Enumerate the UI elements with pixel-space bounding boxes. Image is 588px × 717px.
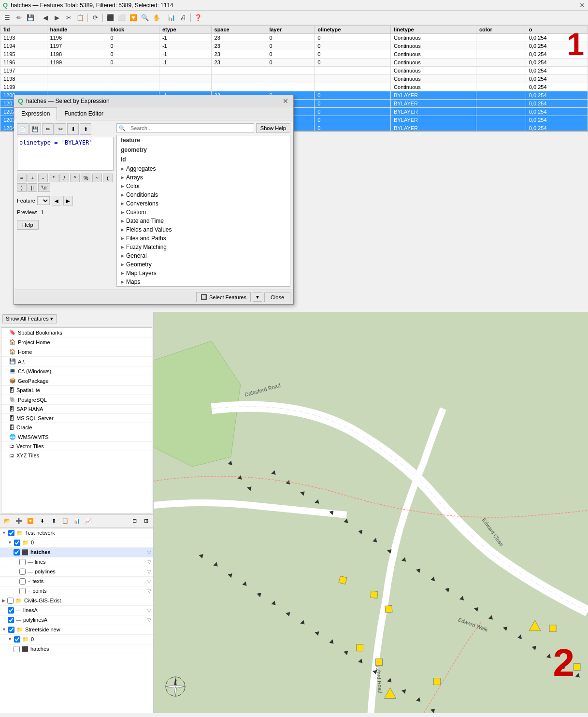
func-list-item[interactable]: Geometry bbox=[117, 260, 290, 269]
group-test-network[interactable]: ▼ 📁 Test network bbox=[0, 528, 153, 538]
func-list-item[interactable]: Conversions bbox=[117, 199, 290, 208]
check-0-streetside[interactable] bbox=[14, 636, 20, 643]
layer-copy-btn[interactable]: 📋 bbox=[60, 516, 71, 527]
check-civils[interactable] bbox=[7, 598, 14, 604]
show-all-features-btn[interactable]: Show All Features ▾ bbox=[2, 314, 57, 323]
op-close-paren[interactable]: ) bbox=[17, 183, 27, 192]
toolbar-btn-refresh[interactable]: ⟳ bbox=[90, 13, 100, 23]
layer-polylinesA[interactable]: — polylinesA ▽ bbox=[0, 615, 153, 625]
check-hatches[interactable] bbox=[14, 549, 20, 556]
op-newline[interactable]: '\n' bbox=[38, 183, 50, 192]
tree-item-sap-hana[interactable]: 🗄 SAP HANA bbox=[1, 405, 152, 414]
layer-chart-btn[interactable]: 📊 bbox=[72, 516, 82, 527]
op-concat[interactable]: || bbox=[28, 183, 37, 192]
toolbar-btn-deselect[interactable]: ⬜ bbox=[116, 13, 127, 23]
navigation-tree[interactable]: 🔖 Spatial Bookmarks 🏠 Project Home 🏠 Hom… bbox=[1, 327, 152, 513]
col-etype[interactable]: etype bbox=[159, 26, 211, 34]
func-list-item[interactable]: feature bbox=[117, 135, 290, 145]
map-canvas[interactable]: Dalesford Road Edward Close Edward Walk … bbox=[154, 312, 588, 713]
toolbar-btn-layout[interactable]: 📊 bbox=[166, 13, 177, 23]
close-dialog-btn[interactable]: Close bbox=[264, 293, 290, 302]
op-equals[interactable]: = bbox=[17, 174, 27, 182]
layer-hatches[interactable]: ⬛ hatches ▽ bbox=[0, 548, 153, 557]
func-list-item[interactable]: geometry bbox=[117, 145, 290, 155]
layer-texts[interactable]: ·∙ texts ▽ bbox=[0, 577, 153, 586]
col-linetype[interactable]: linetype bbox=[391, 26, 476, 34]
col-layer[interactable]: layer bbox=[266, 26, 315, 34]
feature-prev-btn[interactable]: ◀ bbox=[52, 196, 61, 205]
layer-linesA[interactable]: — linesA ▽ bbox=[0, 606, 153, 615]
toolbar-btn-help[interactable]: ❓ bbox=[193, 13, 203, 23]
layer-polylines[interactable]: — polylines ▽ bbox=[0, 567, 153, 577]
col-color[interactable]: color bbox=[476, 26, 526, 34]
col-o[interactable]: o bbox=[526, 26, 588, 34]
check-points[interactable] bbox=[19, 588, 26, 594]
check-lines[interactable] bbox=[19, 559, 26, 565]
toolbar-btn-pan[interactable]: ✋ bbox=[151, 13, 162, 23]
check-test-network[interactable] bbox=[8, 530, 14, 536]
layer-up-btn[interactable]: ⬆ bbox=[48, 516, 59, 527]
expr-edit-btn[interactable]: ✏ bbox=[42, 123, 54, 135]
expr-load-btn[interactable]: ⬇ bbox=[67, 123, 79, 135]
feature-select[interactable] bbox=[37, 196, 50, 205]
title-close-btn[interactable]: ✕ bbox=[579, 1, 585, 9]
check-polylines[interactable] bbox=[19, 569, 26, 575]
check-texts[interactable] bbox=[19, 578, 26, 585]
table-row[interactable]: 1197Continuous0,0,254 bbox=[0, 67, 588, 75]
func-list-item[interactable]: General bbox=[117, 251, 290, 260]
table-row[interactable]: 119411970-12300Continuous0,0,254 bbox=[0, 42, 588, 50]
op-power[interactable]: ^ bbox=[70, 174, 80, 182]
col-space[interactable]: space bbox=[211, 26, 266, 34]
func-list-item[interactable]: Fuzzy Matching bbox=[117, 243, 290, 251]
expand-test-network[interactable]: ▼ bbox=[2, 530, 6, 535]
layer-open-btn[interactable]: 📂 bbox=[2, 516, 13, 527]
toolbar-btn-3[interactable]: 💾 bbox=[25, 13, 36, 23]
table-row[interactable]: 1199Continuous0,0,254 bbox=[0, 83, 588, 91]
check-linesA[interactable] bbox=[8, 607, 14, 614]
layer-points[interactable]: ·∙ points ▽ bbox=[0, 586, 153, 596]
expand-0-streetside[interactable]: ▼ bbox=[8, 637, 12, 642]
toolbar-btn-select-all[interactable]: ⬛ bbox=[105, 13, 115, 23]
col-handle[interactable]: handle bbox=[47, 26, 107, 34]
func-list-item[interactable]: Files and Paths bbox=[117, 234, 290, 243]
expr-delete-btn[interactable]: ✂ bbox=[55, 123, 66, 135]
toolbar-btn-print[interactable]: 🖨 bbox=[178, 13, 188, 23]
col-olinetype[interactable]: olinetype bbox=[315, 26, 391, 34]
col-block[interactable]: block bbox=[107, 26, 159, 34]
expr-save-btn[interactable]: 💾 bbox=[29, 123, 41, 135]
func-list-item[interactable]: id bbox=[117, 155, 290, 164]
toolbar-btn-1[interactable]: ☰ bbox=[2, 13, 13, 23]
group-0-test[interactable]: ▼ 📁 0 bbox=[0, 538, 153, 548]
tree-item-wms-wmts[interactable]: 🌐 WMS/WMTS bbox=[1, 432, 152, 442]
op-open-paren[interactable]: ( bbox=[103, 174, 113, 182]
func-list-item[interactable]: Custom bbox=[117, 208, 290, 217]
tree-item-vector-tiles[interactable]: 🗂 Vector Tiles bbox=[1, 442, 152, 451]
expand-streetside[interactable]: ▼ bbox=[2, 627, 6, 632]
func-list-item[interactable]: Maps bbox=[117, 278, 290, 286]
toolbar-btn-5[interactable]: ▶ bbox=[52, 13, 62, 23]
op-minus[interactable]: - bbox=[38, 174, 48, 182]
expr-save2-btn[interactable]: ⬆ bbox=[80, 123, 91, 135]
tree-item-home[interactable]: 🏠 Home bbox=[1, 347, 152, 357]
tree-item-spatialite[interactable]: 🗄 SpatiaLite bbox=[1, 386, 152, 395]
func-list-item[interactable]: Arrays bbox=[117, 173, 290, 182]
func-list-item[interactable]: Conditionals bbox=[117, 190, 290, 199]
table-row[interactable]: 1198Continuous0,0,254 bbox=[0, 75, 588, 83]
layer-expand-btn[interactable]: ⊞ bbox=[141, 516, 151, 527]
toolbar-btn-7[interactable]: 📋 bbox=[75, 13, 86, 23]
tab-expression[interactable]: Expression bbox=[14, 107, 57, 120]
tree-item-xyz-tiles[interactable]: 🗂 XYZ Tiles bbox=[1, 451, 152, 460]
tree-item-c-windows[interactable]: 💻 C:\ (Windows) bbox=[1, 366, 152, 376]
dialog-close-btn[interactable]: ✕ bbox=[282, 97, 289, 105]
toolbar-btn-4[interactable]: ◀ bbox=[40, 13, 51, 23]
layer-collapse-btn[interactable]: ⊟ bbox=[129, 516, 140, 527]
tree-item-a-drive[interactable]: 💾 A:\ bbox=[1, 357, 152, 366]
layer-filter-btn[interactable]: 🔽 bbox=[25, 516, 36, 527]
help-btn[interactable]: Help bbox=[17, 220, 39, 230]
func-list-item[interactable]: Map Layers bbox=[117, 269, 290, 278]
layer-add-btn[interactable]: ➕ bbox=[14, 516, 24, 527]
layer-down-btn[interactable]: ⬇ bbox=[37, 516, 47, 527]
tree-item-project-home[interactable]: 🏠 Project Home bbox=[1, 337, 152, 347]
col-fid[interactable]: fid bbox=[0, 26, 47, 34]
op-mod[interactable]: % bbox=[81, 174, 91, 182]
